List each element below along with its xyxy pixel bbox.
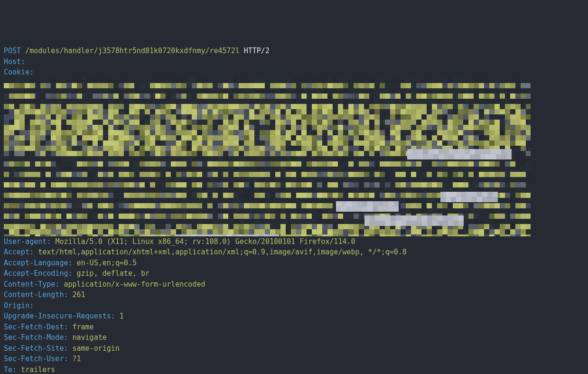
header-accept-encoding-label: Accept-Encoding:: [4, 269, 73, 278]
header-content-type-label: Content-Type:: [4, 280, 59, 289]
http-protocol: HTTP/2: [244, 47, 270, 55]
header-sfs-value: same-origin: [73, 344, 120, 353]
header-origin-label: Origin:: [4, 301, 34, 310]
header-user-agent-label: User-agent:: [4, 237, 51, 246]
header-content-length-value: 261: [73, 290, 85, 299]
header-te-value: trailers: [21, 365, 55, 374]
header-content-length-label: Content-Length:: [4, 290, 68, 299]
header-host-label: Host:: [4, 57, 25, 66]
http-method: POST: [4, 47, 21, 55]
http-path: /modules/handler/j3578htr5nd81k0720kxdfn…: [25, 47, 240, 55]
header-accept-language-label: Accept-Language:: [4, 259, 73, 267]
header-accept-language-value: en-US,en;q=0.5: [77, 259, 137, 267]
header-sfm-label: Sec-Fetch-Mode:: [4, 333, 68, 342]
redacted-cookie-block: [4, 78, 531, 236]
header-accept-value: text/html,application/xhtml+xml,applicat…: [38, 248, 407, 256]
header-sfd-label: Sec-Fetch-Dest:: [4, 323, 68, 331]
header-te-label: Te:: [4, 365, 17, 374]
header-sfd-value: frame: [73, 323, 94, 331]
header-user-agent-value: Mozilla/5.0 (X11; Linux x86_64; rv:108.0…: [55, 237, 355, 246]
header-sfm-value: navigate: [73, 333, 107, 342]
header-uir-label: Upgrade-Insecure-Requests:: [4, 312, 115, 320]
header-accept-encoding-value: gzip, deflate, br: [77, 269, 150, 278]
header-sfs-label: Sec-Fetch-Site:: [4, 344, 68, 353]
header-accept-label: Accept:: [4, 248, 34, 256]
header-sfu-value: ?1: [73, 355, 81, 363]
header-content-type-value: application/x-www-form-urlencoded: [64, 280, 205, 289]
header-sfu-label: Sec-Fetch-User:: [4, 355, 68, 363]
header-cookie-label: Cookie:: [4, 68, 34, 76]
header-uir-value: 1: [120, 312, 124, 320]
